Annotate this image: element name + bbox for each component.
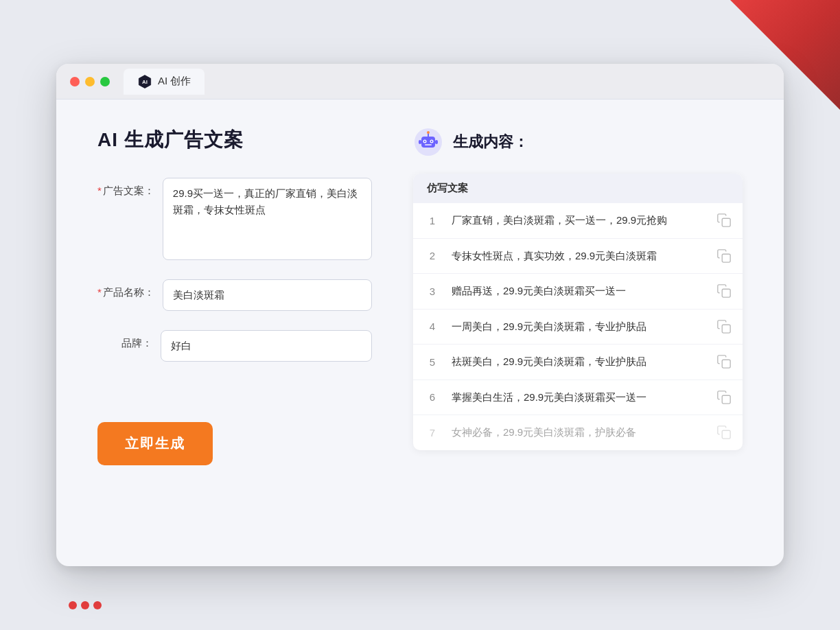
copy-icon[interactable] xyxy=(716,248,732,264)
result-title: 生成内容： xyxy=(453,132,528,152)
svg-rect-14 xyxy=(722,254,730,262)
ad-copy-row: *广告文案： xyxy=(97,178,372,260)
product-name-input[interactable] xyxy=(163,279,372,311)
brand-row: 品牌： xyxy=(97,330,372,362)
svg-rect-16 xyxy=(722,325,730,333)
result-rows: 1 厂家直销，美白淡斑霜，买一送一，29.9元抢购 2 专抹女性斑点，真实功效，… xyxy=(413,203,743,450)
result-table: 仿写文案 1 厂家直销，美白淡斑霜，买一送一，29.9元抢购 2 专抹女性斑点，… xyxy=(413,174,743,450)
ai-logo-icon: AI xyxy=(137,74,152,89)
product-name-row: *产品名称： xyxy=(97,279,372,311)
row-number: 4 xyxy=(424,320,441,332)
row-text: 厂家直销，美白淡斑霜，买一送一，29.9元抢购 xyxy=(452,213,705,229)
copy-icon[interactable] xyxy=(716,390,732,405)
main-content: AI 生成广告文案 *广告文案： *产品名称： 品牌： 立 xyxy=(56,100,784,566)
table-row: 6 掌握美白生活，29.9元美白淡斑霜买一送一 xyxy=(413,380,743,416)
product-name-label: *产品名称： xyxy=(97,279,154,299)
row-number: 6 xyxy=(424,391,441,403)
maximize-button[interactable] xyxy=(100,77,110,86)
copy-icon[interactable] xyxy=(716,425,732,440)
ad-copy-label: *广告文案： xyxy=(97,178,154,198)
row-text: 专抹女性斑点，真实功效，29.9元美白淡斑霜 xyxy=(452,248,705,264)
svg-text:AI: AI xyxy=(142,79,148,85)
brand-label: 品牌： xyxy=(97,330,152,350)
ad-copy-input[interactable] xyxy=(163,178,372,260)
row-text: 女神必备，29.9元美白淡斑霜，护肤必备 xyxy=(452,425,705,441)
required-star-ad: * xyxy=(97,185,102,196)
table-row: 5 祛斑美白，29.9元美白淡斑霜，专业护肤品 xyxy=(413,345,743,380)
close-button[interactable] xyxy=(70,77,80,86)
right-panel: 生成内容： 仿写文案 1 厂家直销，美白淡斑霜，买一送一，29.9元抢购 2 专… xyxy=(413,127,743,539)
row-text: 赠品再送，29.9元美白淡斑霜买一送一 xyxy=(452,283,705,299)
table-row: 1 厂家直销，美白淡斑霜，买一送一，29.9元抢购 xyxy=(413,203,743,239)
traffic-lights xyxy=(70,77,110,86)
table-header: 仿写文案 xyxy=(413,174,743,203)
svg-rect-10 xyxy=(425,144,432,145)
copy-icon[interactable] xyxy=(716,213,732,228)
browser-window: AI AI 创作 AI 生成广告文案 *广告文案： *产品名称： xyxy=(56,64,784,566)
row-text: 祛斑美白，29.9元美白淡斑霜，专业护肤品 xyxy=(452,354,705,370)
svg-rect-13 xyxy=(722,219,730,227)
table-row: 4 一周美白，29.9元美白淡斑霜，专业护肤品 xyxy=(413,310,743,345)
row-number: 3 xyxy=(424,285,441,297)
robot-icon xyxy=(413,127,443,157)
row-text: 掌握美白生活，29.9元美白淡斑霜买一送一 xyxy=(452,390,705,406)
table-row: 7 女神必备，29.9元美白淡斑霜，护肤必备 xyxy=(413,415,743,450)
svg-point-6 xyxy=(424,141,425,142)
svg-rect-18 xyxy=(722,395,730,404)
svg-point-9 xyxy=(427,131,430,134)
row-number: 7 xyxy=(424,427,441,439)
copy-icon[interactable] xyxy=(716,283,732,299)
minimize-button[interactable] xyxy=(85,77,95,86)
tab-ai-creation[interactable]: AI AI 创作 xyxy=(124,69,205,95)
svg-rect-12 xyxy=(435,140,438,144)
row-number: 1 xyxy=(424,215,441,226)
left-panel: AI 生成广告文案 *广告文案： *产品名称： 品牌： 立 xyxy=(97,127,372,539)
svg-point-7 xyxy=(431,141,432,142)
bg-decoration-bottom-left xyxy=(69,601,102,609)
svg-rect-15 xyxy=(722,290,730,298)
row-number: 5 xyxy=(424,356,441,368)
brand-input[interactable] xyxy=(161,330,372,362)
svg-rect-19 xyxy=(722,431,730,439)
table-row: 3 赠品再送，29.9元美白淡斑霜买一送一 xyxy=(413,274,743,310)
row-text: 一周美白，29.9元美白淡斑霜，专业护肤品 xyxy=(452,319,705,335)
page-title: AI 生成广告文案 xyxy=(97,127,372,153)
title-bar: AI AI 创作 xyxy=(56,64,784,100)
table-row: 2 专抹女性斑点，真实功效，29.9元美白淡斑霜 xyxy=(413,239,743,275)
tab-label: AI 创作 xyxy=(158,75,191,88)
copy-icon[interactable] xyxy=(716,319,732,334)
result-header: 生成内容： xyxy=(413,127,743,157)
required-star-product: * xyxy=(97,286,102,298)
svg-rect-11 xyxy=(419,140,421,144)
copy-icon[interactable] xyxy=(716,354,732,369)
svg-rect-17 xyxy=(722,360,730,369)
row-number: 2 xyxy=(424,250,441,261)
submit-button[interactable]: 立即生成 xyxy=(97,422,213,465)
